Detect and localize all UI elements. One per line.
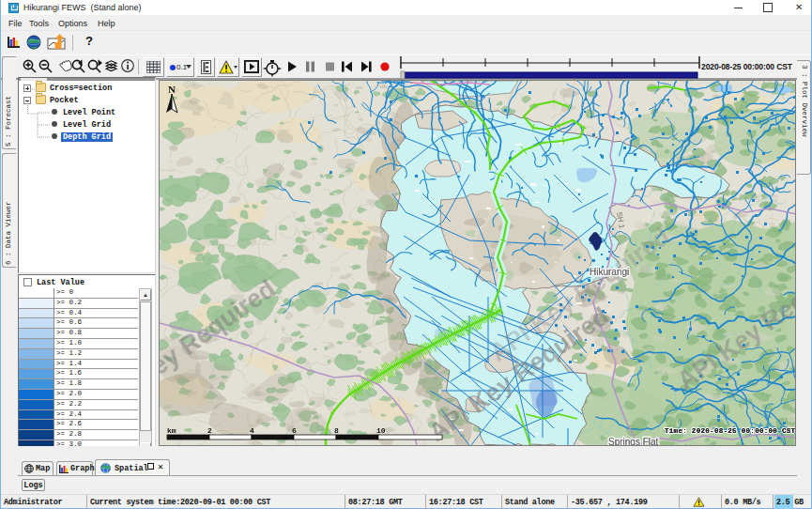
svg-text:N: N: [168, 84, 176, 95]
svg-text:Hikurangi: Hikurangi: [590, 267, 629, 277]
svg-text:6: 6: [292, 426, 297, 435]
svg-text:4: 4: [250, 426, 254, 435]
svg-text:10: 10: [376, 426, 386, 435]
svg-text:Springs Flat: Springs Flat: [608, 437, 659, 445]
svg-text:8: 8: [334, 426, 339, 435]
svg-text:2: 2: [207, 426, 212, 435]
svg-text:Time: 2020-08-25 00:00:00 CST: Time: 2020-08-25 00:00:00 CST: [665, 427, 796, 435]
svg-text:km: km: [167, 426, 176, 435]
